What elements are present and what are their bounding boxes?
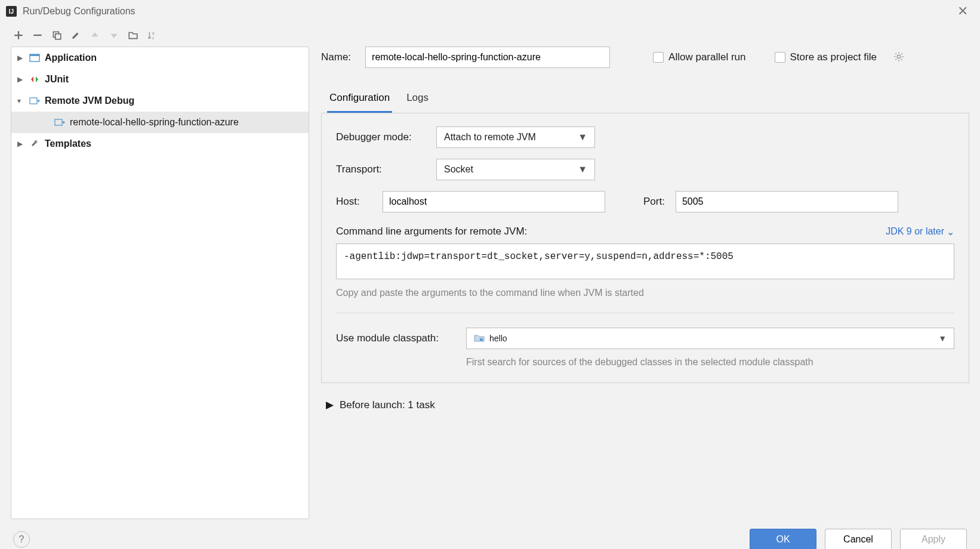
tree-label: Application [45, 53, 97, 63]
remove-button[interactable] [30, 27, 45, 43]
remote-debug-icon [53, 118, 66, 127]
host-label: Host: [336, 196, 372, 208]
chevron-down-icon: ▾ [17, 97, 28, 105]
tree-item-remote-jvm[interactable]: ▾ Remote JVM Debug [11, 90, 309, 112]
ok-button[interactable]: OK [750, 529, 816, 549]
dialog-footer: ? OK Cancel Apply [0, 519, 980, 549]
before-launch-label: Before launch: 1 task [340, 399, 435, 411]
port-label: Port: [643, 196, 665, 208]
name-label: Name: [321, 51, 351, 63]
debugger-mode-select[interactable]: Attach to remote JVM ▼ [436, 127, 595, 148]
configuration-panel: Debugger mode: Attach to remote JVM ▼ Tr… [321, 113, 969, 383]
classpath-label: Use module classpath: [336, 328, 455, 344]
toolbar: az [0, 23, 980, 47]
svg-rect-5 [30, 54, 39, 56]
chevron-down-icon: ▼ [938, 334, 947, 343]
host-input[interactable] [383, 191, 605, 212]
chevron-right-icon: ▶ [326, 399, 334, 411]
tree-label: JUnit [45, 74, 69, 85]
chevron-down-icon: ▼ [578, 132, 587, 143]
remote-debug-icon [28, 97, 41, 105]
apply-button[interactable]: Apply [900, 529, 967, 549]
tree-label: Templates [45, 138, 91, 149]
tree-item-junit[interactable]: ▶ JUnit [11, 69, 309, 90]
classpath-select[interactable]: hello ▼ [466, 328, 954, 349]
cancel-button[interactable]: Cancel [825, 529, 892, 549]
checkbox-icon [653, 52, 664, 63]
tree-item-application[interactable]: ▶ Application [11, 47, 309, 69]
classpath-hint: First search for sources of the debugged… [466, 355, 954, 369]
transport-label: Transport: [336, 164, 426, 175]
select-value: Attach to remote JVM [444, 132, 536, 143]
sort-button[interactable]: az [144, 27, 160, 43]
app-icon: IJ [6, 6, 17, 17]
chevron-down-icon: ⌄ [947, 226, 954, 238]
close-icon[interactable]: ✕ [951, 1, 974, 21]
allow-parallel-label: Allow parallel run [668, 51, 745, 63]
folder-button[interactable] [125, 27, 141, 43]
add-button[interactable] [11, 27, 26, 43]
port-input[interactable] [676, 191, 898, 212]
tree-item-remote-config[interactable]: remote-local-hello-spring-function-azure [11, 112, 309, 133]
configurations-tree[interactable]: ▶ Application ▶ JUnit ▾ Remote JVM Debug… [11, 47, 309, 519]
chevron-right-icon: ▶ [17, 75, 28, 84]
tree-label: remote-local-hello-spring-function-azure [70, 117, 239, 128]
chevron-right-icon: ▶ [17, 140, 28, 148]
debugger-mode-label: Debugger mode: [336, 131, 426, 143]
svg-rect-7 [55, 119, 62, 125]
move-down-button[interactable] [106, 27, 122, 43]
svg-text:a: a [152, 31, 155, 35]
svg-rect-9 [480, 338, 483, 341]
application-icon [28, 54, 41, 62]
svg-text:z: z [152, 36, 155, 40]
transport-select[interactable]: Socket ▼ [436, 159, 595, 180]
wrench-icon [28, 139, 41, 149]
cmd-hint: Copy and paste the arguments to the comm… [336, 288, 954, 298]
copy-button[interactable] [49, 27, 64, 43]
cmd-args-input[interactable]: -agentlib:jdwp=transport=dt_socket,serve… [336, 243, 954, 279]
svg-rect-6 [30, 98, 37, 104]
store-as-file-label: Store as project file [790, 51, 877, 63]
title-bar: IJ Run/Debug Configurations ✕ [0, 0, 980, 23]
jdk-label: JDK 9 or later [886, 226, 944, 237]
jdk-version-select[interactable]: JDK 9 or later ⌄ [886, 226, 954, 238]
tab-configuration[interactable]: Configuration [327, 86, 392, 113]
tab-logs[interactable]: Logs [404, 86, 431, 113]
module-icon [474, 334, 485, 344]
svg-rect-1 [56, 34, 61, 39]
select-value: hello [489, 334, 507, 343]
tree-item-templates[interactable]: ▶ Templates [11, 133, 309, 155]
chevron-right-icon: ▶ [17, 54, 28, 62]
chevron-down-icon: ▼ [578, 164, 587, 175]
help-button[interactable]: ? [13, 531, 30, 548]
divider [336, 313, 954, 313]
allow-parallel-checkbox[interactable]: Allow parallel run [653, 51, 745, 63]
edit-button[interactable] [68, 27, 84, 43]
move-up-button[interactable] [87, 27, 103, 43]
junit-icon [28, 75, 41, 84]
before-launch-section[interactable]: ▶ Before launch: 1 task [321, 399, 969, 411]
tabs: Configuration Logs [321, 86, 969, 113]
gear-icon[interactable] [893, 51, 904, 64]
name-input[interactable] [365, 47, 610, 68]
window-title: Run/Debug Configurations [23, 6, 135, 17]
cmd-args-label: Command line arguments for remote JVM: [336, 226, 527, 238]
select-value: Socket [444, 164, 473, 175]
config-editor: Name: Allow parallel run Store as projec… [321, 47, 969, 519]
tree-label: Remote JVM Debug [45, 95, 134, 106]
checkbox-icon [775, 52, 785, 63]
svg-point-8 [897, 55, 901, 58]
store-as-file-checkbox[interactable]: Store as project file [775, 51, 877, 63]
